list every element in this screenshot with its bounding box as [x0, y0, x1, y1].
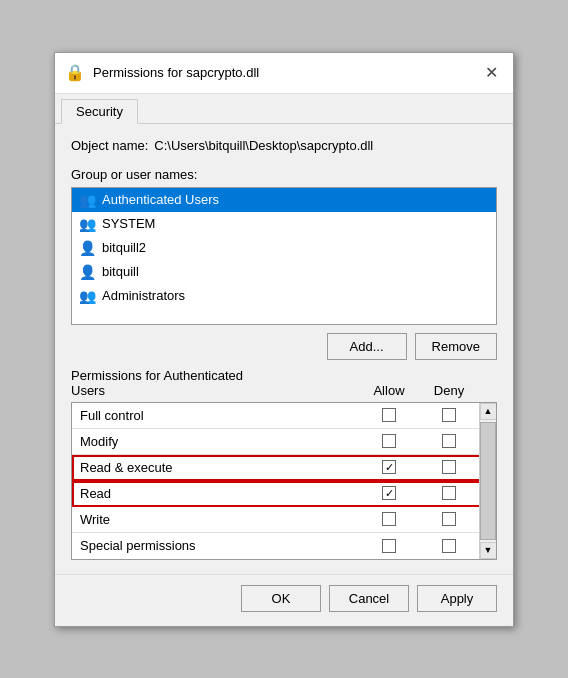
- permissions-header: Permissions for AuthenticatedUsers Allow…: [71, 368, 497, 398]
- add-remove-buttons: Add... Remove: [71, 333, 497, 360]
- apply-button[interactable]: Apply: [417, 585, 497, 612]
- user-list[interactable]: 👥Authenticated Users👥SYSTEM👤bitquill2👤bi…: [71, 187, 497, 325]
- dialog-icon: 🔒: [65, 63, 85, 83]
- deny-checkbox[interactable]: [442, 539, 456, 553]
- permissions-scrollbar[interactable]: ▲ ▼: [479, 403, 496, 559]
- remove-button[interactable]: Remove: [415, 333, 497, 360]
- user-name: SYSTEM: [102, 216, 155, 231]
- tab-bar: Security: [55, 94, 513, 124]
- allow-checkbox[interactable]: ✓: [382, 486, 396, 500]
- user-icon: 👤: [78, 263, 96, 281]
- permission-name: Full control: [72, 405, 359, 426]
- allow-checkbox[interactable]: [382, 434, 396, 448]
- permission-name: Special permissions: [72, 535, 359, 556]
- allow-checkbox[interactable]: ✓: [382, 460, 396, 474]
- object-name-value: C:\Users\bitquill\Desktop\sapcrypto.dll: [154, 138, 373, 153]
- close-button[interactable]: ✕: [479, 61, 503, 85]
- deny-checkbox[interactable]: [442, 434, 456, 448]
- scroll-up-arrow[interactable]: ▲: [480, 403, 497, 420]
- user-icon: 👤: [78, 239, 96, 257]
- deny-cell[interactable]: [419, 539, 479, 553]
- allow-cell[interactable]: [359, 512, 419, 526]
- permissions-label-text: Permissions for AuthenticatedUsers: [71, 368, 243, 398]
- permissions-table: Full control Modify Read & execute ✓: [72, 403, 496, 559]
- permission-name: Read & execute: [72, 457, 359, 478]
- allow-checkbox[interactable]: [382, 408, 396, 422]
- deny-cell[interactable]: [419, 434, 479, 448]
- dialog-title: Permissions for sapcrypto.dll: [93, 65, 471, 80]
- deny-checkbox[interactable]: [442, 408, 456, 422]
- user-name: bitquill: [102, 264, 139, 279]
- user-item[interactable]: 👤bitquill2: [72, 236, 496, 260]
- permissions-section-label: Permissions for AuthenticatedUsers: [71, 368, 359, 398]
- deny-checkbox[interactable]: [442, 486, 456, 500]
- user-icon: 👥: [78, 287, 96, 305]
- allow-cell[interactable]: [359, 408, 419, 422]
- permissions-dialog: 🔒 Permissions for sapcrypto.dll ✕ Securi…: [54, 52, 514, 627]
- allow-cell[interactable]: [359, 434, 419, 448]
- tab-security[interactable]: Security: [61, 99, 138, 124]
- group-users-label: Group or user names:: [71, 167, 497, 182]
- dialog-content: Object name: C:\Users\bitquill\Desktop\s…: [55, 124, 513, 574]
- permission-row: Write: [72, 507, 496, 533]
- footer-buttons: OK Cancel Apply: [55, 574, 513, 626]
- cancel-button[interactable]: Cancel: [329, 585, 409, 612]
- permission-name: Read: [72, 483, 359, 504]
- user-icon: 👥: [78, 191, 96, 209]
- allow-cell[interactable]: ✓: [359, 486, 419, 500]
- scroll-down-arrow[interactable]: ▼: [480, 542, 497, 559]
- permission-row: Modify: [72, 429, 496, 455]
- user-icon: 👥: [78, 215, 96, 233]
- title-bar: 🔒 Permissions for sapcrypto.dll ✕: [55, 53, 513, 94]
- permission-row: Read ✓: [72, 481, 496, 507]
- permission-name: Write: [72, 509, 359, 530]
- deny-checkbox[interactable]: [442, 460, 456, 474]
- object-name-label: Object name:: [71, 138, 148, 153]
- allow-cell[interactable]: [359, 539, 419, 553]
- allow-checkbox[interactable]: [382, 512, 396, 526]
- deny-cell[interactable]: [419, 512, 479, 526]
- user-item[interactable]: 👥Authenticated Users: [72, 188, 496, 212]
- permission-name: Modify: [72, 431, 359, 452]
- ok-button[interactable]: OK: [241, 585, 321, 612]
- permissions-table-wrapper: Full control Modify Read & execute ✓: [71, 402, 497, 560]
- object-name-row: Object name: C:\Users\bitquill\Desktop\s…: [71, 138, 497, 153]
- allow-cell[interactable]: ✓: [359, 460, 419, 474]
- user-item[interactable]: 👥SYSTEM: [72, 212, 496, 236]
- permission-row: Read & execute ✓: [72, 455, 496, 481]
- allow-checkbox[interactable]: [382, 539, 396, 553]
- user-item[interactable]: 👤bitquill: [72, 260, 496, 284]
- permission-row: Special permissions: [72, 533, 496, 559]
- deny-col-header: Deny: [419, 383, 479, 398]
- user-name: bitquill2: [102, 240, 146, 255]
- deny-checkbox[interactable]: [442, 512, 456, 526]
- deny-cell[interactable]: [419, 460, 479, 474]
- add-button[interactable]: Add...: [327, 333, 407, 360]
- user-name: Administrators: [102, 288, 185, 303]
- user-item[interactable]: 👥Administrators: [72, 284, 496, 308]
- permission-row: Full control: [72, 403, 496, 429]
- deny-cell[interactable]: [419, 486, 479, 500]
- scroll-thumb[interactable]: [480, 422, 496, 540]
- user-name: Authenticated Users: [102, 192, 219, 207]
- deny-cell[interactable]: [419, 408, 479, 422]
- allow-col-header: Allow: [359, 383, 419, 398]
